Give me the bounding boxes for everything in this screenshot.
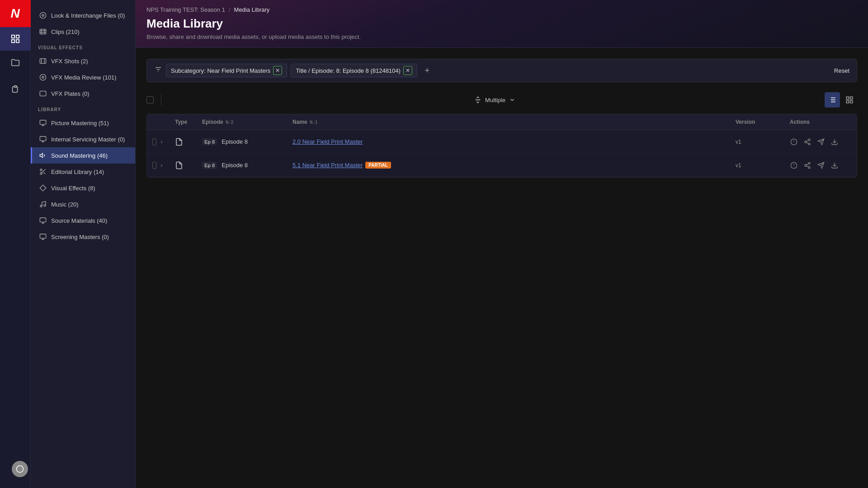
- row2-download-button[interactable]: [830, 161, 839, 169]
- svg-rect-1: [16, 35, 19, 38]
- row1-share-button[interactable]: [803, 138, 811, 146]
- svg-rect-0: [11, 35, 14, 38]
- diamond-icon: [39, 184, 47, 192]
- filter-chip-episode-close[interactable]: ✕: [403, 66, 412, 75]
- row1-version-badge: v1: [736, 139, 741, 145]
- sidebar-item-vfx-plates[interactable]: VFX Plates (0): [31, 85, 135, 102]
- row1-info-button[interactable]: [790, 138, 798, 146]
- film-icon: [39, 28, 47, 35]
- sidebar-item-vfx-media-review[interactable]: VFX Media Review (101): [31, 69, 135, 85]
- monitor-icon: [39, 217, 47, 224]
- sidebar-label: Source Materials (40): [51, 217, 107, 224]
- sidebar-item-music[interactable]: Music (20): [31, 196, 135, 212]
- svg-point-13: [42, 76, 44, 78]
- sidebar-label: VFX Shots (2): [51, 58, 88, 65]
- filter-chip-subcategory-close[interactable]: ✕: [273, 66, 282, 75]
- filter-add-button[interactable]: +: [421, 64, 434, 77]
- row1-episode-name: Episode 8: [222, 138, 248, 145]
- sidebar-item-vfx-shots[interactable]: VFX Shots (2): [31, 53, 135, 69]
- fab-button[interactable]: [12, 461, 28, 477]
- row1-download-button[interactable]: [830, 138, 839, 146]
- sidebar-item-sound-mastering[interactable]: Sound Mastering (46): [31, 147, 135, 164]
- music-icon: [39, 201, 47, 208]
- col-header-episode[interactable]: Episode ⇅↑2: [197, 119, 287, 125]
- col-header-name[interactable]: Name ⇅↓1: [287, 119, 730, 125]
- svg-rect-16: [40, 136, 46, 141]
- row1-ep-badge: Ep 8: [202, 138, 217, 145]
- col-actions-label: Actions: [790, 119, 810, 125]
- sidebar-item-picture-mastering[interactable]: Picture Mastering (51): [31, 115, 135, 131]
- row1-version-cell: v1: [730, 139, 784, 145]
- sidebar-item-look-interchange[interactable]: Look & Interchange Files (0): [31, 7, 135, 23]
- select-all-checkbox[interactable]: [146, 96, 154, 103]
- row2-episode-cell: Ep 8 Episode 8: [197, 162, 287, 169]
- row1-send-button[interactable]: [817, 138, 825, 146]
- sort-icon: [474, 96, 481, 103]
- svg-rect-15: [40, 120, 46, 124]
- sidebar-label: VFX Media Review (101): [51, 74, 117, 81]
- row1-expand-button[interactable]: ›: [159, 137, 164, 147]
- row1-actions-cell: [784, 138, 857, 146]
- page-title: Media Library: [146, 17, 857, 31]
- filter-reset-button[interactable]: Reset: [834, 67, 849, 74]
- svg-point-44: [805, 141, 807, 143]
- svg-marker-17: [40, 153, 42, 157]
- view-toggle: [825, 92, 857, 108]
- file-icon: [175, 138, 183, 146]
- svg-marker-22: [40, 185, 46, 191]
- camera-icon: [39, 12, 47, 19]
- list-view-button[interactable]: [825, 92, 840, 108]
- row2-name-link[interactable]: 5.1 Near Field Print Master: [292, 162, 363, 169]
- file-icon: [175, 161, 183, 169]
- sort-label: Multiple: [485, 97, 505, 103]
- nav-media-library[interactable]: [0, 27, 31, 51]
- breadcrumb-project: NPS Training TEST: Season 1: [146, 6, 225, 13]
- col-episode-label: Episode: [202, 119, 223, 125]
- filter-chip-episode: Title / Episode: 8: Episode 8 (81248104)…: [291, 64, 417, 77]
- nav-folder[interactable]: [0, 51, 31, 74]
- row2-checkbox-cell: ›: [147, 160, 170, 170]
- svg-rect-37: [850, 97, 852, 99]
- grid-view-button[interactable]: [842, 92, 857, 108]
- row1-checkbox[interactable]: [152, 138, 156, 145]
- row2-version-badge: v1: [736, 162, 741, 169]
- sidebar-label: Screening Masters (0): [51, 234, 109, 240]
- sidebar: Look & Interchange Files (0) Clips (210)…: [31, 0, 136, 488]
- select-all-area: [146, 94, 165, 105]
- svg-point-23: [40, 205, 42, 207]
- table-row: › Ep 8 Episode 8 5.1 Near Field Print Ma…: [147, 154, 857, 177]
- row2-checkbox[interactable]: [152, 162, 156, 169]
- col-name-label: Name: [292, 119, 307, 125]
- nav-list[interactable]: [0, 78, 31, 101]
- svg-rect-3: [16, 40, 19, 42]
- svg-point-19: [40, 173, 42, 174]
- sidebar-item-visual-effects[interactable]: Visual Effects (8): [31, 180, 135, 196]
- volume-icon: [39, 152, 47, 159]
- page-subtitle: Browse, share and download media assets,…: [146, 33, 857, 47]
- col-header-version: Version: [730, 119, 784, 125]
- sidebar-item-internal-servicing[interactable]: Internal Servicing Master (0): [31, 131, 135, 147]
- row2-info-button[interactable]: [790, 161, 798, 169]
- svg-rect-36: [846, 97, 849, 99]
- row2-expand-button[interactable]: ›: [159, 160, 164, 170]
- sidebar-item-source-materials[interactable]: Source Materials (40): [31, 212, 135, 229]
- camera-icon: [39, 74, 47, 81]
- svg-rect-10: [40, 59, 46, 64]
- svg-line-21: [44, 173, 46, 174]
- episode-sort-icon: ⇅↑2: [225, 120, 234, 125]
- row2-share-button[interactable]: [803, 161, 811, 169]
- sidebar-item-editorial-library[interactable]: Editorial Library (14): [31, 164, 135, 180]
- row1-name-link[interactable]: 2.0 Near Field Print Master: [292, 138, 363, 145]
- row2-send-button[interactable]: [817, 161, 825, 169]
- filter-bar: Subcategory: Near Field Print Masters ✕ …: [146, 59, 857, 82]
- svg-rect-25: [40, 218, 46, 222]
- monitor-icon: [39, 233, 47, 240]
- filter-icon: [154, 66, 162, 75]
- sidebar-item-clips[interactable]: Clips (210): [31, 23, 135, 40]
- sort-control[interactable]: Multiple: [474, 96, 515, 103]
- sidebar-item-screening-masters[interactable]: Screening Masters (0): [31, 229, 135, 245]
- breadcrumb-separator: /: [229, 6, 231, 13]
- netflix-logo: N: [0, 0, 31, 27]
- svg-point-56: [808, 166, 810, 168]
- svg-point-24: [44, 205, 46, 206]
